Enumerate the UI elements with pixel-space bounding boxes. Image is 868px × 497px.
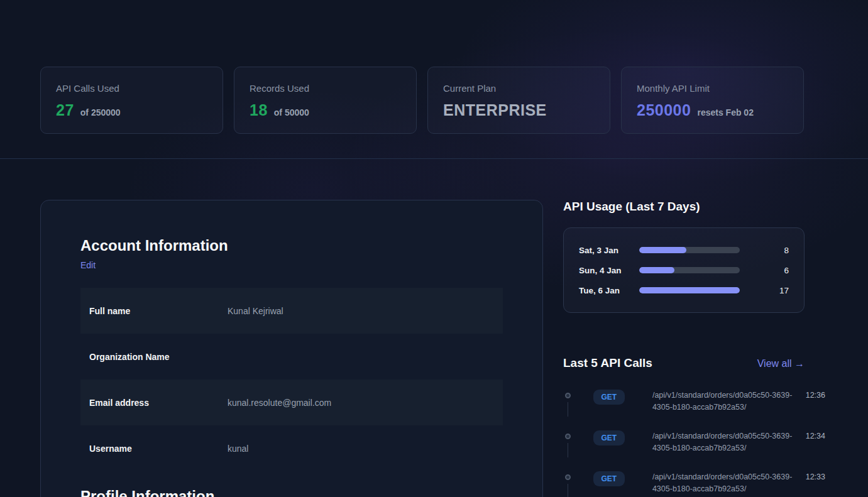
- stat-value-row: 250000 resets Feb 02: [637, 101, 788, 119]
- usage-stats-section: API Calls Used 27 of 250000 Records Used…: [0, 0, 868, 159]
- api-call-row: GET /api/v1/standard/orders/d0a05c50-363…: [563, 430, 825, 471]
- stat-card: Records Used 18 of 50000: [234, 67, 417, 134]
- field-label: Full name: [89, 306, 228, 316]
- usage-bar-row: Sun, 4 Jan 6: [579, 260, 789, 280]
- usage-bar-row: Sat, 3 Jan 8: [579, 240, 789, 260]
- stats-row: API Calls Used 27 of 250000 Records Used…: [40, 67, 828, 134]
- api-usage-card: Sat, 3 Jan 8 Sun, 4 Jan 6 Tue, 6 Jan: [563, 227, 805, 313]
- usage-bar-track: [639, 247, 740, 253]
- account-information-title: Account Information: [80, 237, 503, 254]
- field-row: Username kunal: [80, 425, 503, 471]
- field-label: Organization Name: [89, 352, 228, 362]
- usage-bar-label: Sun, 4 Jan: [579, 266, 639, 275]
- edit-link[interactable]: Edit: [80, 260, 96, 270]
- call-path: /api/v1/standard/orders/d0a05c50-3639-43…: [652, 430, 806, 455]
- stat-value-row: 27 of 250000: [56, 101, 207, 119]
- field-value: kunal.resolute@gmail.com: [228, 398, 331, 408]
- usage-bar-fill: [639, 287, 740, 293]
- timeline-dot: [565, 393, 571, 398]
- stat-value: 250000: [637, 101, 691, 119]
- timeline-connector: [568, 443, 568, 457]
- stat-value-row: ENTERPRISE: [443, 101, 595, 119]
- stat-suffix: resets Feb 02: [697, 107, 754, 117]
- usage-bar-fill: [639, 267, 674, 273]
- stat-suffix: of 250000: [80, 107, 121, 117]
- stat-label: Records Used: [250, 83, 401, 94]
- api-calls-list: GET /api/v1/standard/orders/d0a05c50-363…: [563, 390, 825, 497]
- field-row: Organization Name: [80, 334, 503, 380]
- stat-value: 18: [250, 101, 268, 119]
- call-time: 12:36: [806, 390, 825, 400]
- stat-label: API Calls Used: [56, 83, 207, 94]
- timeline-dot: [565, 434, 571, 439]
- right-column: API Usage (Last 7 Days) Sat, 3 Jan 8 Sun…: [563, 200, 825, 497]
- profile-information-title: Profile Information: [80, 488, 503, 497]
- usage-bar-track: [639, 287, 740, 293]
- timeline-column: [563, 430, 571, 455]
- stat-value-row: 18 of 50000: [250, 101, 401, 119]
- field-label: Email address: [89, 398, 228, 408]
- stat-suffix: of 50000: [274, 107, 309, 117]
- timeline-dot: [565, 474, 571, 480]
- account-panel: Account Information Edit Full name Kunal…: [40, 200, 543, 497]
- method-badge: GET: [593, 430, 625, 445]
- usage-bar-label: Sat, 3 Jan: [579, 246, 639, 255]
- field-row: Full name Kunal Kejriwal: [80, 288, 503, 334]
- stat-card: Monthly API Limit 250000 resets Feb 02: [621, 67, 804, 134]
- account-fields: Full name Kunal Kejriwal Organization Na…: [80, 288, 503, 471]
- main-content: Account Information Edit Full name Kunal…: [0, 159, 868, 497]
- timeline-column: [563, 471, 571, 496]
- stat-label: Current Plan: [443, 83, 595, 94]
- stat-label: Monthly API Limit: [637, 83, 788, 94]
- timeline-connector: [568, 484, 568, 497]
- timeline-column: [563, 390, 571, 414]
- usage-bar-value: 6: [740, 266, 789, 275]
- api-usage-title: API Usage (Last 7 Days): [563, 200, 825, 214]
- stat-card: Current Plan ENTERPRISE: [427, 67, 610, 134]
- api-call-row: GET /api/v1/standard/orders/d0a05c50-363…: [563, 390, 825, 430]
- method-badge: GET: [593, 390, 625, 405]
- field-value: kunal: [228, 444, 248, 454]
- field-row: Email address kunal.resolute@gmail.com: [80, 380, 503, 425]
- stat-value: 27: [56, 101, 74, 119]
- view-all-link[interactable]: View all →: [757, 358, 805, 369]
- last-calls-title: Last 5 API Calls: [563, 356, 652, 370]
- api-call-row: GET /api/v1/standard/orders/d0a05c50-363…: [563, 471, 825, 497]
- call-time: 12:34: [806, 430, 825, 440]
- usage-bar-track: [639, 267, 740, 273]
- timeline-connector: [568, 402, 568, 417]
- usage-bar-value: 17: [740, 286, 789, 295]
- stat-value: ENTERPRISE: [443, 101, 547, 119]
- field-label: Username: [89, 444, 228, 454]
- usage-bar-row: Tue, 6 Jan 17: [579, 280, 789, 300]
- call-path: /api/v1/standard/orders/d0a05c50-3639-43…: [652, 390, 806, 414]
- call-path: /api/v1/standard/orders/d0a05c50-3639-43…: [652, 471, 806, 496]
- call-time: 12:33: [806, 471, 825, 481]
- stat-card: API Calls Used 27 of 250000: [40, 67, 223, 134]
- usage-bar-value: 8: [740, 246, 789, 255]
- calls-header: Last 5 API Calls View all →: [563, 356, 805, 370]
- method-badge: GET: [593, 471, 625, 486]
- field-value: Kunal Kejriwal: [228, 306, 283, 316]
- usage-bar-fill: [639, 247, 686, 253]
- usage-bar-label: Tue, 6 Jan: [579, 286, 639, 295]
